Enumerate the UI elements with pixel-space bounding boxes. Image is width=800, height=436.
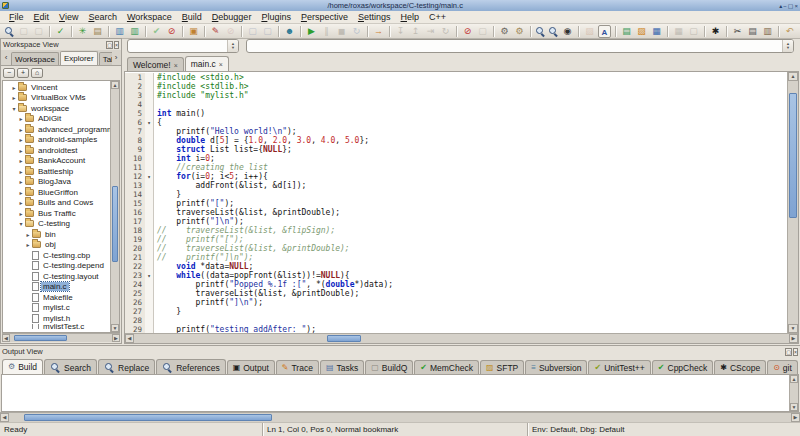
menu-settings[interactable]: Settings (353, 12, 396, 22)
tab-explorer[interactable]: Explorer (60, 51, 98, 65)
format-brush-icon[interactable]: ✎ (209, 25, 222, 38)
expander-down-icon[interactable]: ▾ (10, 105, 18, 112)
menu-file[interactable]: File (4, 12, 29, 22)
scroll-thumb[interactable] (789, 93, 797, 218)
tree-item-blogjava[interactable]: ▸BlogJava (3, 177, 110, 188)
build-ok-icon[interactable]: ✔ (150, 25, 163, 38)
file-tree[interactable]: ▸Vincent▸VirtualBox VMs▾workspace▸ADiGit… (3, 81, 110, 332)
menu-view[interactable]: View (54, 12, 83, 22)
tree-item-obj[interactable]: ▸obj (3, 240, 110, 251)
scroll-up-icon[interactable]: ▲ (790, 375, 798, 383)
tree-item-advanced-programming[interactable]: ▸advanced_programming (3, 124, 110, 135)
tab-workspace[interactable]: Workspace (11, 52, 59, 65)
run-icon[interactable]: ▶ (305, 25, 318, 38)
output-horizontal-scrollbar[interactable]: ◀ ▶ (0, 412, 800, 422)
copy-icon[interactable]: ▤ (746, 25, 759, 38)
tree-item-android-samples[interactable]: ▸android-samples (3, 135, 110, 146)
menu-c[interactable]: C++ (424, 12, 451, 22)
close-all-icon[interactable]: ✱ (709, 25, 722, 38)
close-tab-icon[interactable]: × (219, 61, 223, 68)
tree-item-workspace[interactable]: ▾workspace (3, 103, 110, 114)
close-tab-icon[interactable]: × (174, 62, 178, 69)
debug-person-icon[interactable]: ☻ (283, 25, 296, 38)
tool-gear2-icon[interactable]: ⚙ (513, 25, 526, 38)
expand-button[interactable]: + (17, 68, 29, 78)
scroll-left-icon[interactable]: ◀ (0, 413, 9, 422)
tree-item-c-testing[interactable]: ▾C-testing (3, 219, 110, 230)
output-tab-buildq[interactable]: ▢BuildQ (365, 360, 413, 374)
editor-horizontal-scrollbar[interactable]: ◀ ▶ (125, 333, 798, 343)
highlight-occurrences-icon[interactable]: ▢ (32, 25, 45, 38)
output-tab-replace[interactable]: Replace (98, 359, 155, 374)
combo-stepper-icon[interactable]: ▲▼ (782, 40, 793, 52)
expander-right-icon[interactable]: ▸ (17, 126, 25, 133)
scroll-thumb[interactable] (327, 335, 361, 342)
pause-icon[interactable]: ∥ (320, 25, 333, 38)
scroll-up-icon[interactable]: ▲ (788, 72, 798, 81)
minimize-button[interactable]: − (783, 3, 787, 9)
tree-item-bin[interactable]: ▸bin (3, 229, 110, 240)
tab-tabs[interactable]: Tabs (99, 52, 112, 65)
tree-horizontal-scrollbar[interactable]: ◀ ▶ (2, 333, 120, 342)
step-out-icon[interactable]: ↥ (409, 25, 422, 38)
output-tab-search[interactable]: Search (44, 359, 97, 374)
debugging-windows-icon[interactable]: ▢ (476, 25, 489, 38)
cut-icon[interactable]: ✂ (731, 25, 744, 38)
combo-stepper-icon[interactable]: ▲▼ (227, 40, 238, 52)
scroll-down-icon[interactable]: ▼ (111, 324, 119, 332)
expander-right-icon[interactable]: ▸ (24, 241, 32, 248)
tree-item-mylisttest-c[interactable]: mylistTest.c (3, 324, 110, 329)
output-tab-subversion[interactable]: ≡Subversion (525, 360, 587, 374)
collapse-button[interactable]: − (3, 68, 15, 78)
scroll-down-icon[interactable]: ▼ (788, 324, 798, 333)
properties-icon[interactable]: ▥ (128, 25, 141, 38)
find-in-files-icon[interactable]: ◉ (561, 25, 574, 38)
output-tab-git[interactable]: ⊙git (767, 360, 798, 374)
tree-item-adigit[interactable]: ▸ADiGit (3, 114, 110, 125)
stop-debugger-icon[interactable]: ◼ (335, 25, 348, 38)
output-tab-memcheck[interactable]: ✔MemCheck (414, 360, 479, 374)
output-tab-build[interactable]: ⚙Build (2, 359, 43, 374)
fold-marker-icon[interactable]: ▾ (145, 172, 154, 181)
highlight-language-icon[interactable]: A (598, 25, 611, 38)
save-icon[interactable]: ▦ (650, 25, 663, 38)
abort-icon[interactable]: ⊘ (165, 25, 178, 38)
tree-item-vincent[interactable]: ▸Vincent (3, 82, 110, 93)
fold-marker-icon[interactable]: ▾ (145, 271, 154, 280)
menu-help[interactable]: Help (396, 12, 425, 22)
expander-right-icon[interactable]: ▸ (17, 189, 25, 196)
maximize-button[interactable]: ▢ (788, 3, 794, 9)
tree-item-androidtest[interactable]: ▸androidtest (3, 145, 110, 156)
menu-edit[interactable]: Edit (29, 12, 55, 22)
float-button[interactable]: ▢ (785, 348, 792, 356)
scroll-down-icon[interactable]: ▼ (790, 403, 798, 411)
toolbar-combo-large[interactable]: ▲▼ (246, 39, 794, 53)
expander-right-icon[interactable]: ▸ (17, 168, 25, 175)
tree-item-battleship[interactable]: ▸Battleship (3, 166, 110, 177)
shade-button[interactable]: ▴ (779, 3, 782, 9)
tab-scroll-right-icon[interactable]: › (112, 51, 120, 65)
spellcheck-icon[interactable]: ✓ (54, 25, 67, 38)
tool-gear-icon[interactable]: ⚙ (498, 25, 511, 38)
scroll-right-icon[interactable]: ▶ (789, 334, 798, 343)
find-replace-icon[interactable] (548, 26, 559, 37)
stamp-icon[interactable]: ▤ (91, 25, 104, 38)
home-button[interactable]: ⌂ (31, 68, 43, 78)
expander-right-icon[interactable]: ▸ (10, 84, 18, 91)
tree-item-bulls-and-cows[interactable]: ▸Bulls and Cows (3, 198, 110, 209)
float-button[interactable]: ▢ (106, 41, 113, 49)
code-area[interactable]: 1#include <stdio.h>2#include <stdlib.h>3… (125, 72, 787, 333)
editor-tab-main-c[interactable]: main.c× (185, 56, 229, 71)
scroll-thumb[interactable] (24, 414, 272, 421)
open-file-icon[interactable]: ▨ (635, 25, 648, 38)
scroll-up-icon[interactable]: ▲ (111, 81, 119, 89)
next-line-icon[interactable]: → (372, 25, 385, 38)
editor-tab-welcome[interactable]: Welcome!× (127, 57, 184, 71)
close-button[interactable]: × (114, 41, 119, 49)
tree-vertical-scrollbar[interactable]: ▲ ▼ (110, 81, 119, 332)
output-vertical-scrollbar[interactable]: ▲ ▼ (789, 375, 798, 411)
toolbar-combo-small[interactable]: ▲▼ (127, 39, 239, 53)
search-options-icon[interactable]: ▢ (17, 25, 30, 38)
output-tab-cppcheck[interactable]: ✔CppCheck (652, 360, 713, 374)
tree-item-mylist-h[interactable]: mylist.h (3, 313, 110, 324)
